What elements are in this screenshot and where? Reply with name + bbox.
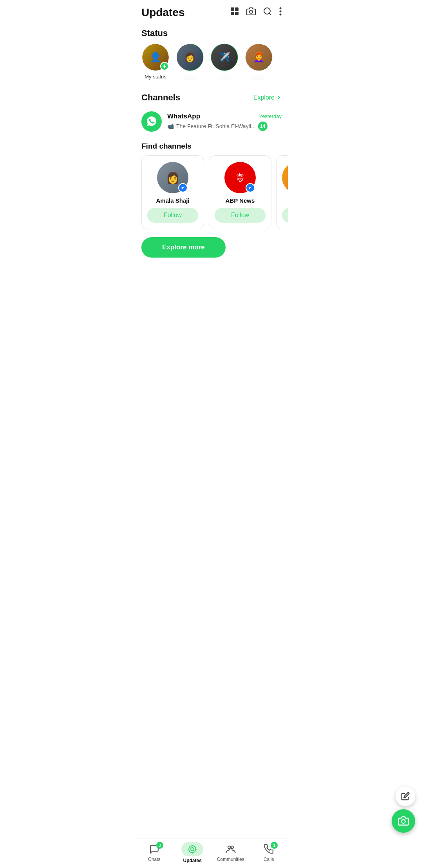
- status-item-2[interactable]: 👩 .........: [176, 43, 204, 80]
- status-2-label: .........: [184, 74, 197, 80]
- svg-rect-3: [232, 9, 233, 10]
- abp-follow-button[interactable]: Follow: [215, 208, 266, 223]
- abp-avatar-wrap: abp न्यूज़: [224, 162, 256, 193]
- whatsapp-preview-row: 📹 The Feature Ft. Sohla El-Wayll... 14: [167, 122, 282, 131]
- svg-rect-7: [237, 12, 238, 13]
- find-channels-title: Find channels: [135, 136, 288, 155]
- camera-header-icon[interactable]: [246, 7, 256, 18]
- amala-follow-button[interactable]: Follow: [147, 208, 198, 223]
- explore-label: Explore: [253, 94, 275, 101]
- status-2-avatar: 👩: [177, 44, 203, 71]
- status-item-4[interactable]: 👩‍🦰 ........: [245, 43, 273, 80]
- add-status-badge[interactable]: +: [160, 62, 169, 71]
- video-icon: 📹: [167, 123, 174, 129]
- status-4-label: ........: [253, 74, 265, 80]
- amala-verified-badge: [178, 183, 188, 192]
- abp-name: ABP News: [226, 197, 255, 204]
- channel-card-abp[interactable]: abp न्यूज़ ABP News Follow: [209, 155, 271, 229]
- channel-card-amala[interactable]: 👩 Amala Shaji Follow: [141, 155, 204, 229]
- status-2-avatar-wrap: 👩: [176, 43, 204, 71]
- amala-name: Amala Shaji: [156, 197, 189, 204]
- whatsapp-preview-text: The Feature Ft. Sohla El-Wayll...: [176, 123, 256, 129]
- channel-card-sun[interactable]: ☀️ Sun F...: [276, 155, 288, 229]
- svg-line-12: [269, 13, 271, 15]
- status-3-avatar-bg: ✈️: [211, 44, 238, 71]
- whatsapp-channel-name: WhatsApp: [167, 113, 200, 120]
- svg-rect-4: [236, 9, 237, 10]
- svg-point-14: [280, 11, 282, 13]
- sun-follow-button[interactable]: F...: [282, 208, 288, 223]
- explore-more-button[interactable]: Explore more: [141, 237, 226, 258]
- whatsapp-channel-logo: [141, 111, 162, 132]
- explore-link[interactable]: Explore: [253, 94, 282, 101]
- whatsapp-channel-info: WhatsApp Yesterday 📹 The Feature Ft. Soh…: [167, 113, 282, 131]
- status-3-avatar-wrap: ✈️: [210, 43, 239, 71]
- status-row: 👤 + My status 👩 .........: [135, 43, 288, 86]
- svg-point-10: [249, 10, 253, 13]
- status-item-3[interactable]: ✈️ .........: [210, 43, 239, 80]
- abp-verified-badge: [246, 183, 255, 192]
- status-2-avatar-bg: 👩: [177, 44, 203, 71]
- status-4-avatar: 👩‍🦰: [246, 44, 272, 71]
- channels-section: Channels Explore WhatsApp Yesterday 📹 Th…: [135, 86, 288, 136]
- header: Updates: [135, 0, 288, 22]
- status-section-title: Status: [135, 22, 288, 43]
- status-section: Status 👤 + My status 👩 .........: [135, 22, 288, 86]
- svg-rect-6: [235, 12, 237, 13]
- svg-rect-9: [237, 14, 238, 15]
- my-status-label: My status: [145, 74, 166, 80]
- explore-more-wrap: Explore more: [135, 229, 288, 264]
- amala-avatar-wrap: 👩: [157, 162, 188, 193]
- svg-point-11: [264, 8, 270, 14]
- whatsapp-name-row: WhatsApp Yesterday: [167, 113, 282, 120]
- page-title: Updates: [141, 6, 230, 19]
- svg-point-15: [280, 14, 282, 16]
- whatsapp-unread-badge: 14: [258, 122, 268, 131]
- qr-icon[interactable]: [230, 7, 239, 18]
- status-4-avatar-wrap: 👩‍🦰: [245, 43, 273, 71]
- channels-section-title: Channels: [141, 93, 253, 103]
- status-item-my[interactable]: 👤 + My status: [141, 43, 170, 80]
- channels-cards-row: 👩 Amala Shaji Follow abp न्यूज़: [135, 155, 288, 229]
- whatsapp-channel-time: Yesterday: [259, 113, 282, 119]
- channel-item-whatsapp[interactable]: WhatsApp Yesterday 📹 The Feature Ft. Soh…: [135, 107, 288, 136]
- header-icons: [230, 7, 282, 18]
- status-4-avatar-bg: 👩‍🦰: [246, 44, 272, 71]
- svg-point-13: [280, 7, 282, 9]
- search-icon[interactable]: [263, 7, 272, 18]
- sun-avatar-wrap: ☀️: [282, 162, 288, 193]
- more-vert-icon[interactable]: [279, 7, 282, 18]
- svg-rect-8: [235, 14, 237, 15]
- channels-header: Channels Explore: [135, 86, 288, 107]
- status-3-avatar: ✈️: [211, 44, 238, 71]
- sun-logo: ☀️: [282, 162, 288, 193]
- my-status-avatar-wrap: 👤 +: [141, 43, 170, 71]
- svg-rect-5: [232, 13, 233, 14]
- status-3-label: .........: [218, 74, 231, 80]
- find-channels-section: Find channels 👩 Amala Shaji Follow abp: [135, 136, 288, 264]
